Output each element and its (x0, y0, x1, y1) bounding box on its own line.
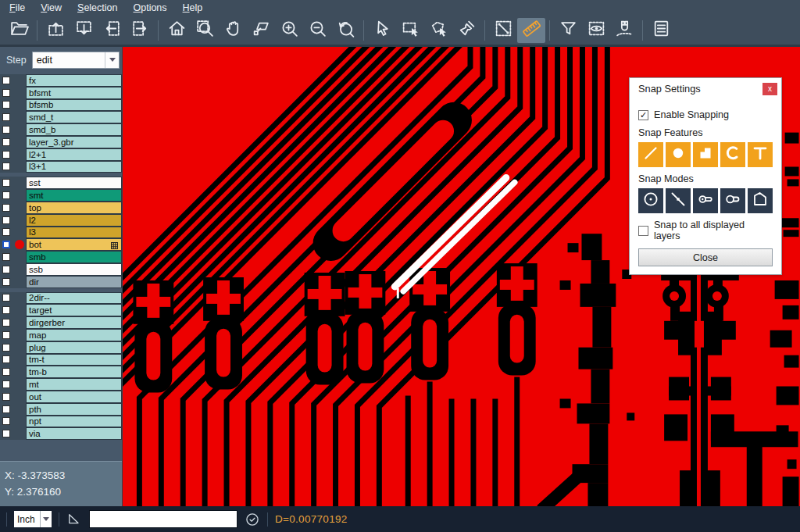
cleanup-brush-button[interactable] (452, 18, 480, 43)
layer-visibility-checkbox[interactable] (2, 241, 10, 248)
layer-name[interactable]: plug (26, 341, 122, 354)
layer-visibility-checkbox[interactable] (2, 319, 10, 327)
shift-view-left-button[interactable] (98, 18, 126, 43)
dialog-titlebar[interactable]: Snap Settings x (630, 78, 781, 99)
layer-visibility-checkbox[interactable] (2, 228, 10, 236)
layer-row-2dir--[interactable]: 2dir-- (0, 292, 122, 305)
layer-visibility-checkbox[interactable] (2, 89, 10, 97)
layer-visibility-checkbox[interactable] (2, 266, 10, 273)
snap-center-button[interactable] (638, 188, 663, 213)
layer-visibility-checkbox[interactable] (2, 101, 10, 109)
select-pointer-button[interactable] (368, 18, 396, 43)
layer-visibility-checkbox[interactable] (2, 151, 10, 159)
snap-rounded-button[interactable] (720, 188, 745, 213)
shift-view-up-button[interactable] (41, 18, 70, 43)
pan-hand-button[interactable] (219, 18, 247, 43)
layer-row-dir[interactable]: dir (0, 276, 122, 288)
snap-surface-button[interactable] (693, 142, 718, 167)
layer-name[interactable]: pth (26, 403, 122, 416)
layer-name[interactable]: l2 (26, 214, 122, 227)
layer-row-layer_3.gbr[interactable]: layer_3.gbr (0, 136, 122, 148)
layer-name[interactable]: mt (26, 378, 122, 391)
layer-name[interactable]: l3+1 (26, 161, 122, 173)
layer-row-sst[interactable]: sst (0, 177, 122, 189)
snap-circle-button[interactable] (666, 142, 691, 167)
layer-name[interactable]: out (26, 391, 122, 403)
layer-name[interactable]: l3 (26, 227, 122, 239)
layer-visibility-checkbox[interactable] (2, 417, 10, 425)
enable-snapping-checkbox[interactable]: ✓ (638, 110, 648, 120)
layer-name[interactable]: via (26, 427, 122, 440)
layer-row-mt[interactable]: mt (0, 378, 122, 391)
layer-row-pth[interactable]: pth (0, 403, 122, 416)
view-options-button[interactable] (582, 18, 610, 43)
layer-name[interactable]: 2dir-- (26, 292, 122, 305)
layer-name[interactable]: ssb (26, 263, 122, 276)
chevron-down-icon[interactable] (105, 52, 119, 68)
layer-name[interactable]: smd_b (26, 123, 122, 136)
snap-arc-button[interactable] (720, 142, 745, 167)
layer-visibility-checkbox[interactable] (2, 355, 10, 363)
layer-row-smt[interactable]: smt (0, 189, 122, 202)
layer-name[interactable]: tm-t (26, 354, 122, 366)
menu-help[interactable]: Help (175, 2, 211, 13)
select-polygon-button[interactable] (424, 18, 452, 43)
layer-visibility-checkbox[interactable] (2, 393, 10, 401)
layer-row-smb[interactable]: smb (0, 251, 122, 263)
snap-text-button[interactable] (748, 142, 773, 167)
all-layers-checkbox[interactable] (638, 226, 648, 236)
chevron-down-icon[interactable] (40, 511, 52, 527)
layer-row-bot[interactable]: bot (0, 238, 122, 251)
enable-snapping-row[interactable]: ✓ Enable Snapping (638, 109, 773, 120)
layer-row-ssb[interactable]: ssb (0, 263, 122, 276)
layer-name[interactable]: bot (26, 238, 122, 251)
layer-row-bfsmb[interactable]: bfsmb (0, 99, 122, 112)
layer-visibility-checkbox[interactable] (2, 331, 10, 339)
layer-row-via[interactable]: via (0, 427, 122, 440)
layer-row-out[interactable]: out (0, 391, 122, 403)
open-folder-button[interactable] (5, 18, 33, 43)
layer-name[interactable]: l2+1 (26, 148, 122, 161)
report-button[interactable] (647, 18, 675, 43)
move-view-button[interactable] (247, 18, 275, 43)
layer-row-fx[interactable]: fx (0, 74, 122, 87)
close-icon[interactable]: x (762, 83, 777, 95)
layer-visibility-checkbox[interactable] (2, 368, 10, 376)
zoom-window-button[interactable] (191, 18, 219, 43)
layer-name[interactable]: dir (26, 276, 122, 288)
all-layers-row[interactable]: Snap to all displayed layers (638, 220, 773, 241)
layer-row-plug[interactable]: plug (0, 341, 122, 354)
zoom-in-button[interactable] (275, 18, 303, 43)
layer-visibility-checkbox[interactable] (2, 204, 10, 212)
menu-options[interactable]: Options (125, 2, 174, 13)
menu-selection[interactable]: Selection (70, 2, 125, 13)
layer-row-top[interactable]: top (0, 202, 122, 214)
home-view-button[interactable] (162, 18, 191, 43)
select-rectangle-button[interactable] (396, 18, 424, 43)
layer-visibility-checkbox[interactable] (2, 77, 10, 84)
layer-name[interactable]: fx (26, 74, 122, 87)
layer-name[interactable]: bfsmt (26, 87, 122, 99)
layer-row-npt[interactable]: npt (0, 416, 122, 428)
layer-name[interactable]: bfsmb (26, 99, 122, 112)
menu-view[interactable]: View (33, 2, 70, 13)
layer-name[interactable]: npt (26, 416, 122, 428)
layer-visibility-checkbox[interactable] (2, 162, 10, 170)
snap-line-point-button[interactable] (666, 188, 691, 213)
layer-name[interactable]: target (26, 304, 122, 316)
layer-visibility-checkbox[interactable] (2, 179, 10, 187)
layer-row-tm-b[interactable]: tm-b (0, 366, 122, 378)
layer-name[interactable]: smb (26, 251, 122, 263)
layer-row-bfsmt[interactable]: bfsmt (0, 87, 122, 99)
layer-row-l3[interactable]: l3 (0, 227, 122, 239)
layer-visibility-checkbox[interactable] (2, 278, 10, 286)
confirm-check-icon[interactable] (245, 512, 260, 527)
layer-visibility-checkbox[interactable] (2, 126, 10, 134)
layer-name[interactable]: top (26, 202, 122, 214)
layer-visibility-checkbox[interactable] (2, 216, 10, 224)
layer-row-smd_t[interactable]: smd_t (0, 111, 122, 123)
layer-visibility-checkbox[interactable] (2, 294, 10, 302)
layer-row-target[interactable]: target (0, 304, 122, 316)
layer-name[interactable]: smd_t (26, 111, 122, 123)
layer-row-l3+1[interactable]: l3+1 (0, 161, 122, 173)
